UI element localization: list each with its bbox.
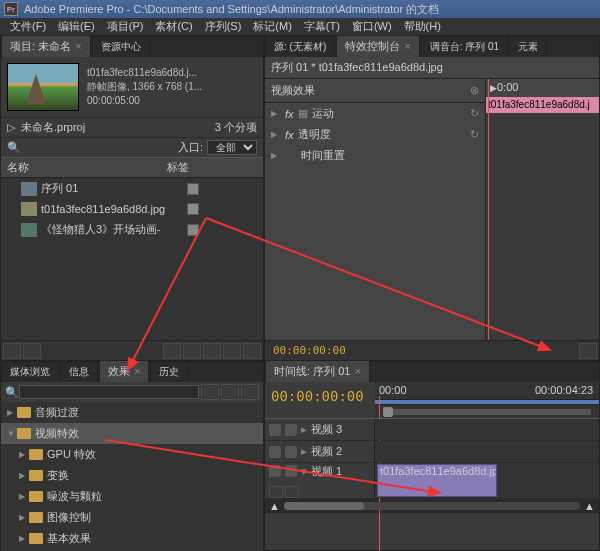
label-swatch[interactable] — [187, 224, 199, 236]
reset-icon[interactable]: ↻ — [470, 128, 479, 141]
menu-clip[interactable]: 素材(C) — [149, 19, 198, 34]
effect-header: 序列 01 * t01fa3fec811e9a6d8d.jpg — [271, 60, 443, 75]
folder-icon — [29, 512, 43, 523]
menu-sequence[interactable]: 序列(S) — [199, 19, 248, 34]
col-name[interactable]: 名称 — [7, 160, 167, 175]
folder-icon — [29, 470, 43, 481]
tab-media-browser[interactable]: 媒体浏览 — [1, 361, 59, 382]
timeline-clip[interactable]: t01fa3fec811e9a6d8d.jpg — [377, 464, 497, 497]
icon-view-button[interactable] — [23, 343, 41, 359]
effect-opacity[interactable]: ▶fx 透明度 ↻ — [265, 124, 485, 145]
project-filename: 未命名.prproj — [21, 120, 85, 135]
tab-meta[interactable]: 元素 — [509, 36, 547, 57]
eye-icon[interactable] — [269, 446, 281, 458]
search-icon: 🔍 — [5, 386, 19, 399]
tab-timeline[interactable]: 时间线: 序列 01× — [265, 360, 370, 382]
playhead[interactable] — [488, 79, 489, 340]
lock-icon[interactable] — [285, 465, 297, 477]
folder-video-effects[interactable]: ▼视频特效 — [1, 423, 263, 444]
menu-project[interactable]: 项目(P) — [101, 19, 150, 34]
tab-resource[interactable]: 资源中心 — [92, 36, 150, 57]
folder-icon — [29, 491, 43, 502]
in-select[interactable]: 全部 — [207, 140, 257, 155]
toggle-icon[interactable]: ⊗ — [470, 84, 479, 97]
clip-bar[interactable]: t01fa3fec811e9a6d8d.j — [486, 97, 599, 113]
timeline-ruler[interactable]: 00:00 00:00:04:23 — [375, 382, 599, 400]
item-count: 3 个分项 — [215, 120, 257, 135]
list-item[interactable]: 序列 01 — [1, 178, 263, 199]
menu-window[interactable]: 窗口(W) — [346, 19, 398, 34]
zoom-slider[interactable]: ▲▲ — [265, 499, 599, 513]
find-button[interactable] — [183, 343, 201, 359]
list-item[interactable]: t01fa3fec811e9a6d8d.jpg — [1, 199, 263, 219]
eye-icon[interactable] — [269, 465, 281, 477]
folder-icon — [29, 533, 43, 544]
menu-help[interactable]: 帮助(H) — [398, 19, 447, 34]
title-bar: Pr Adobe Premiere Pro - C:\Documents and… — [0, 0, 600, 18]
list-view-button[interactable] — [3, 343, 21, 359]
image-icon — [21, 202, 37, 216]
effect-timecode[interactable]: 00:00:00:00 — [267, 344, 352, 357]
in-label: 入口: — [178, 140, 203, 155]
auto-seq-button[interactable] — [163, 343, 181, 359]
clip-duration: 00:00:05:00 — [87, 94, 202, 108]
video-effects-label: 视频效果 — [271, 83, 470, 98]
lock-icon[interactable] — [285, 446, 297, 458]
clip-thumbnail[interactable] — [7, 63, 79, 111]
sequence-icon — [21, 182, 37, 196]
clip-name: t01fa3fec811e9a6d8d.j... — [87, 66, 202, 80]
tab-effects[interactable]: 效果× — [99, 360, 149, 382]
eye-icon[interactable] — [269, 424, 281, 436]
tab-source[interactable]: 源: (无素材) — [265, 36, 335, 57]
list-item[interactable]: 《怪物猎人3》开场动画- — [1, 219, 263, 240]
menu-bar: 文件(F) 编辑(E) 项目(P) 素材(C) 序列(S) 标记(M) 字幕(T… — [0, 18, 600, 36]
folder-icon — [17, 428, 31, 439]
label-swatch[interactable] — [187, 203, 199, 215]
effect-time-remap[interactable]: ▶ 时间重置 — [265, 145, 485, 166]
work-area-bar[interactable] — [375, 404, 599, 418]
folder-audio-transitions[interactable]: ▶音频过渡 — [1, 402, 263, 423]
timeline-tabs: 时间线: 序列 01× — [265, 362, 599, 382]
tab-mixer[interactable]: 调音台: 序列 01 — [421, 36, 508, 57]
delete-button[interactable] — [243, 343, 261, 359]
fx-filter-button[interactable] — [221, 384, 239, 400]
folder-basic[interactable]: ▶基本效果 — [1, 528, 263, 549]
tab-project[interactable]: 项目: 未命名× — [1, 35, 91, 57]
title-text: Adobe Premiere Pro - C:\Documents and Se… — [24, 2, 439, 17]
audio-icon — [21, 223, 37, 237]
timeline-timecode[interactable]: 00:00:00:00 — [265, 382, 375, 418]
folder-transform[interactable]: ▶变换 — [1, 465, 263, 486]
folder-image-control[interactable]: ▶图像控制 — [1, 507, 263, 528]
track-video1[interactable]: ▾视频 1 t01fa3fec811e9a6d8d.jpg — [265, 463, 599, 499]
reset-icon[interactable]: ↻ — [470, 107, 479, 120]
folder-icon — [29, 449, 43, 460]
label-swatch[interactable] — [187, 183, 199, 195]
track-video3[interactable]: ▸视频 3 — [265, 419, 599, 441]
menu-title[interactable]: 字幕(T) — [298, 19, 346, 34]
browser-tabs: 媒体浏览 信息 效果× 历史 — [1, 362, 263, 382]
track-btn[interactable] — [269, 486, 283, 498]
project-tabs: 项目: 未命名× 资源中心 — [1, 37, 263, 57]
toggle-button[interactable] — [579, 343, 597, 359]
track-btn[interactable] — [285, 486, 299, 498]
effects-search-input[interactable] — [19, 385, 199, 399]
col-label[interactable]: 标签 — [167, 160, 189, 175]
menu-edit[interactable]: 编辑(E) — [52, 19, 101, 34]
tab-info[interactable]: 信息 — [60, 361, 98, 382]
new-bin-button[interactable] — [203, 343, 221, 359]
folder-gpu[interactable]: ▶GPU 特效 — [1, 444, 263, 465]
search-icon[interactable]: 🔍 — [7, 141, 21, 154]
folder-icon — [17, 407, 31, 418]
menu-marker[interactable]: 标记(M) — [247, 19, 298, 34]
new-item-button[interactable] — [223, 343, 241, 359]
menu-file[interactable]: 文件(F) — [4, 19, 52, 34]
track-video2[interactable]: ▸视频 2 — [265, 441, 599, 463]
clip-meta: 静帧图像, 1366 x 768 (1... — [87, 80, 202, 94]
folder-noise[interactable]: ▶噪波与颗粒 — [1, 486, 263, 507]
lock-icon[interactable] — [285, 424, 297, 436]
fx-filter-button[interactable] — [241, 384, 259, 400]
effect-motion[interactable]: ▶fx ▦ 运动 ↻ — [265, 103, 485, 124]
fx-filter-button[interactable] — [201, 384, 219, 400]
tab-history[interactable]: 历史 — [150, 361, 188, 382]
tab-effect-controls[interactable]: 特效控制台× — [336, 35, 419, 57]
